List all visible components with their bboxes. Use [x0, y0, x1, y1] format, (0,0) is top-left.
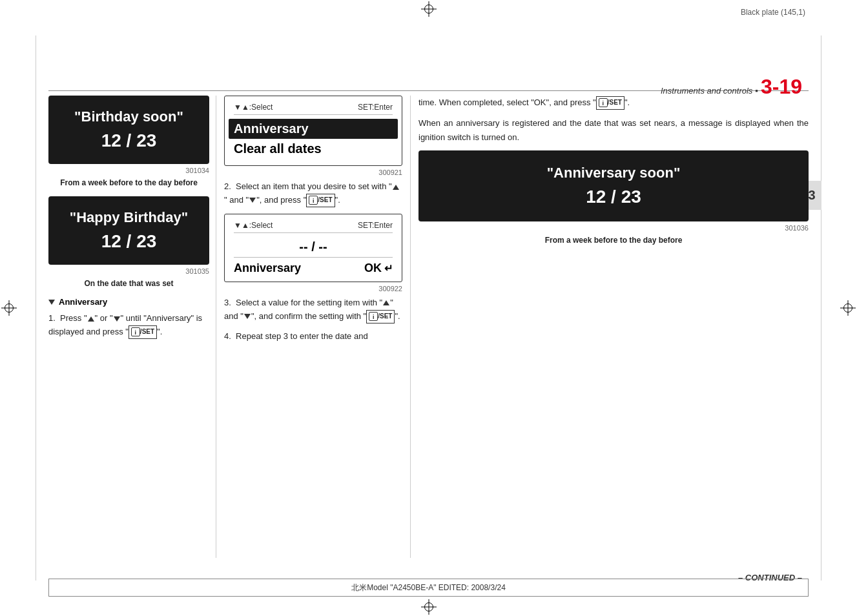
- plate-info: Black plate (145,1): [741, 8, 805, 17]
- anniversary-soon-date: 12 / 23: [428, 187, 799, 207]
- info-icon4: i: [599, 98, 608, 107]
- happy-birthday-date: 12 / 23: [58, 231, 200, 252]
- screen2-ok-button: OK ↵: [364, 262, 393, 275]
- step2-text: 2. Select an item that you desire to set…: [224, 180, 402, 207]
- screen1-anniversary-item: Anniversary: [229, 119, 398, 139]
- page-number: 3-19: [761, 76, 802, 97]
- anniversary-title-text: Anniversary: [59, 297, 107, 307]
- page-header: Instruments and controls ▪ 3-19: [661, 76, 802, 97]
- anniversary-soon-box: "Anniversary soon" 12 / 23: [418, 150, 809, 221]
- fig-301034: 301034: [48, 167, 209, 174]
- left-column: "Birthday soon" 12 / 23 301034 From a we…: [48, 96, 216, 558]
- mid-column: ▼▲:Select SET:Enter Anniversary Clear al…: [216, 96, 410, 558]
- down-arrow-icon: [114, 316, 120, 322]
- border-left: [36, 36, 36, 580]
- fig-301036: 301036: [418, 224, 809, 232]
- caption-week-before: From a week before to the day before: [48, 178, 209, 187]
- screen-box-2: ▼▲:Select SET:Enter -- / -- Anniversary …: [224, 214, 402, 282]
- screen2-anniversary-label: Anniversary: [234, 262, 301, 275]
- set-button-icon2: i/SET: [306, 194, 335, 207]
- right-caption: From a week before to the day before: [418, 236, 809, 245]
- caption-on-date: On the date that was set: [48, 279, 209, 288]
- up-arrow-icon2: [393, 185, 399, 190]
- birthday-soon-box: "Birthday soon" 12 / 23: [48, 96, 209, 164]
- step3-text: 3. Select a value for the setting item w…: [224, 296, 402, 323]
- screen2-dash-date: -- / --: [234, 237, 393, 258]
- screen1-top-row: ▼▲:Select SET:Enter: [234, 103, 393, 115]
- birthday-soon-text: "Birthday soon": [58, 108, 200, 125]
- page-header-separator: ▪: [755, 86, 758, 96]
- step4-text: 4. Repeat step 3 to enter the date and: [224, 330, 402, 344]
- info-icon2: i: [309, 196, 318, 205]
- fig-300921: 300921: [224, 169, 402, 176]
- screen1-enter-label: SET:Enter: [358, 103, 393, 112]
- main-content: "Birthday soon" 12 / 23 301034 From a we…: [48, 96, 809, 558]
- happy-birthday-text: "Happy Birthday": [58, 209, 200, 226]
- info-icon3: i: [369, 312, 378, 321]
- screen2-enter-label: SET:Enter: [358, 221, 393, 230]
- section-label: Instruments and controls: [661, 86, 752, 96]
- anniversary-title-row: Anniversary: [48, 297, 209, 307]
- anniversary-soon-text: "Anniversary soon": [428, 165, 799, 181]
- set-button-icon4: i/SET: [596, 96, 625, 110]
- info-icon: i: [131, 327, 140, 336]
- down-arrow-icon2: [249, 198, 256, 203]
- fig-300922: 300922: [224, 285, 402, 293]
- crosshair-right: [840, 300, 856, 316]
- screen2-bottom-row: Anniversary OK ↵: [234, 262, 393, 275]
- up-arrow-icon: [88, 316, 94, 322]
- bottom-bar: 北米Model "A2450BE-A" EDITED: 2008/3/24: [48, 579, 809, 597]
- happy-birthday-box: "Happy Birthday" 12 / 23: [48, 196, 209, 265]
- step1-text: 1. Press "" or "" until "Anniversary" is…: [48, 312, 209, 339]
- triangle-down-icon: [48, 300, 55, 305]
- right-column: time. When completed, select "OK", and p…: [410, 96, 809, 558]
- up-arrow-icon3: [383, 300, 389, 305]
- screen-box-1: ▼▲:Select SET:Enter Anniversary Clear al…: [224, 96, 402, 166]
- screen2-select-label: ▼▲:Select: [234, 221, 273, 230]
- return-arrow-icon: ↵: [384, 262, 393, 274]
- birthday-soon-date: 12 / 23: [58, 130, 200, 151]
- screen1-clear-item: Clear all dates: [234, 139, 393, 159]
- set-button-icon: i/SET: [129, 325, 157, 339]
- border-right: [821, 36, 821, 580]
- fig-301035: 301035: [48, 267, 209, 275]
- right-para1: time. When completed, select "OK", and p…: [418, 96, 809, 110]
- right-para2: When an anniversary is registered and th…: [418, 116, 809, 144]
- down-arrow-icon3: [244, 314, 251, 319]
- set-button-icon3: i/SET: [366, 310, 395, 323]
- screen2-top-row: ▼▲:Select SET:Enter: [234, 221, 393, 233]
- anniversary-section: Anniversary 1. Press "" or "" until "Ann…: [48, 297, 209, 339]
- crosshair-bottom: [421, 599, 437, 615]
- crosshair-top: [421, 1, 437, 17]
- crosshair-left: [1, 300, 17, 316]
- screen1-select-label: ▼▲:Select: [234, 103, 273, 112]
